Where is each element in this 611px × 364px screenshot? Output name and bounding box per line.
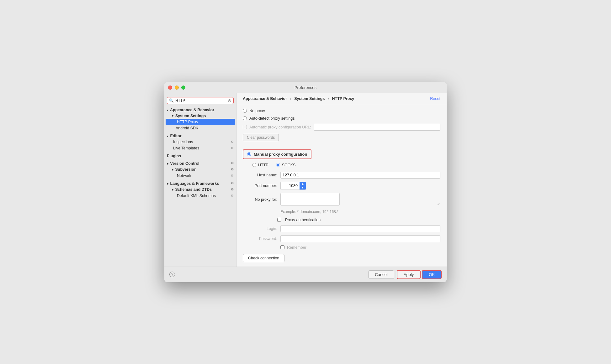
- breadcrumb-path: Appearance & Behavior › System Settings …: [243, 96, 354, 101]
- check-connection-button[interactable]: Check connection: [243, 254, 284, 262]
- search-box: 🔍 ⊗: [167, 97, 234, 104]
- sidebar-item-label: Subversion: [175, 167, 196, 172]
- no-proxy-for-label: No proxy for:: [243, 197, 277, 202]
- remember-checkbox[interactable]: [280, 245, 284, 249]
- breadcrumb-sep-1: ›: [290, 96, 291, 101]
- proxy-auth-row: Proxy authentication: [243, 218, 440, 222]
- preferences-window: Preferences 🔍 ⊗ ▾ Appearance & Behavior …: [164, 82, 447, 282]
- sidebar-item-inspections[interactable]: Inspections ⚙: [164, 139, 236, 145]
- socks-protocol-radio-group: SOCKS: [276, 163, 296, 167]
- form-area: No proxy Auto-detect proxy settings Auto…: [236, 104, 447, 267]
- http-protocol-radio-group: HTTP: [252, 163, 268, 167]
- search-icon: 🔍: [169, 98, 174, 103]
- auto-proxy-config-input[interactable]: [314, 124, 440, 131]
- sidebar-item-label: HTTP Proxy: [177, 120, 198, 124]
- sidebar-item-editor[interactable]: ▾ Editor: [164, 133, 236, 139]
- proxy-auth-label: Proxy authentication: [285, 218, 321, 222]
- login-label: Login:: [243, 226, 277, 231]
- expand-icon[interactable]: ⤢: [437, 202, 440, 206]
- ok-button[interactable]: OK: [422, 270, 442, 279]
- reset-button[interactable]: Reset: [430, 96, 440, 101]
- chevron-down-icon: ▾: [172, 168, 173, 171]
- settings-icon: ⚙: [231, 168, 234, 171]
- content-panel: Appearance & Behavior › System Settings …: [236, 93, 447, 267]
- sidebar-item-live-templates[interactable]: Live Templates ⚙: [164, 145, 236, 151]
- settings-icon: ⚙: [231, 194, 234, 197]
- apply-button[interactable]: Apply: [397, 270, 421, 279]
- spinner-up-button[interactable]: ▲: [300, 182, 306, 186]
- sidebar-item-default-xml[interactable]: Default XML Schemas ⚙: [164, 193, 236, 199]
- sidebar-item-label: Inspections: [173, 140, 193, 144]
- no-proxy-radio[interactable]: [243, 109, 247, 113]
- clear-passwords-button[interactable]: Clear passwords: [243, 134, 279, 141]
- port-input-wrap: ▲ ▼: [280, 182, 306, 190]
- spinner-down-button[interactable]: ▼: [300, 186, 306, 190]
- footer: ? Cancel Apply OK: [164, 267, 447, 282]
- chevron-down-icon: ▾: [167, 162, 168, 165]
- manual-proxy-radio[interactable]: [247, 152, 251, 156]
- sidebar-item-label: Android SDK: [176, 126, 198, 130]
- remember-row: Remember: [280, 245, 440, 250]
- chevron-down-icon: ▾: [167, 109, 168, 112]
- cancel-button[interactable]: Cancel: [368, 270, 394, 279]
- sidebar-item-subversion[interactable]: ▾ Subversion ⚙: [164, 166, 236, 173]
- protocol-row: HTTP SOCKS: [252, 163, 440, 167]
- auto-proxy-config-row: Automatic proxy configuration URL:: [243, 124, 440, 131]
- sidebar: 🔍 ⊗ ▾ Appearance & Behavior ▾ System Set…: [164, 93, 236, 267]
- host-name-input[interactable]: [280, 172, 440, 179]
- sidebar-item-languages[interactable]: ▾ Languages & Frameworks ⚙: [164, 180, 236, 186]
- breadcrumb: Appearance & Behavior › System Settings …: [236, 93, 447, 104]
- no-proxy-label: No proxy: [249, 109, 265, 113]
- search-clear-icon[interactable]: ⊗: [228, 98, 231, 103]
- auto-proxy-config-checkbox[interactable]: [243, 125, 247, 129]
- footer-row: ? Cancel Apply OK: [169, 270, 442, 279]
- help-button[interactable]: ?: [169, 272, 175, 277]
- proxy-auth-checkbox[interactable]: [277, 218, 281, 222]
- example-text: Example: *.domain.com, 192.168.*: [280, 210, 440, 214]
- search-input[interactable]: [175, 98, 226, 103]
- socks-protocol-radio[interactable]: [276, 163, 280, 167]
- breadcrumb-part-3: HTTP Proxy: [332, 96, 354, 101]
- port-spinner: ▲ ▼: [300, 182, 306, 190]
- window-title: Preferences: [295, 85, 316, 90]
- sidebar-item-system-settings[interactable]: ▾ System Settings: [164, 113, 236, 119]
- maximize-button[interactable]: [181, 86, 185, 90]
- chevron-down-icon: ▾: [172, 114, 173, 117]
- port-number-input[interactable]: [281, 183, 300, 189]
- sidebar-item-network[interactable]: Network ⚙: [164, 173, 236, 179]
- port-number-label: Port number:: [243, 184, 277, 188]
- sidebar-item-http-proxy[interactable]: HTTP Proxy: [166, 119, 235, 125]
- sidebar-item-schemas-dtds[interactable]: ▾ Schemas and DTDs ⚙: [164, 186, 236, 193]
- manual-proxy-label: Manual proxy configuration: [254, 152, 307, 157]
- host-name-row: Host name:: [243, 172, 440, 179]
- host-name-label: Host name:: [243, 173, 277, 177]
- password-input[interactable]: [280, 235, 440, 242]
- password-row: Password:: [243, 235, 440, 242]
- no-proxy-for-input[interactable]: [280, 193, 340, 205]
- breadcrumb-sep-2: ›: [328, 96, 329, 101]
- sidebar-item-label: Plugins: [167, 154, 181, 158]
- sidebar-item-label: Network: [177, 174, 191, 178]
- sidebar-item-plugins[interactable]: Plugins: [164, 153, 236, 159]
- chevron-down-icon: ▾: [167, 135, 168, 138]
- sidebar-item-android-sdk[interactable]: Android SDK: [164, 125, 236, 131]
- no-proxy-row: No proxy: [243, 109, 440, 113]
- sidebar-item-label: Languages & Frameworks: [170, 181, 219, 186]
- close-button[interactable]: [168, 86, 172, 90]
- http-protocol-radio[interactable]: [252, 163, 256, 167]
- minimize-button[interactable]: [175, 86, 179, 90]
- titlebar: Preferences: [164, 82, 447, 93]
- settings-icon: ⚙: [231, 161, 234, 166]
- sidebar-item-label: System Settings: [175, 114, 206, 118]
- sidebar-item-label: Schemas and DTDs: [175, 187, 212, 192]
- sidebar-item-version-control[interactable]: ▾ Version Control ⚙: [164, 160, 236, 166]
- sidebar-item-label: Editor: [170, 134, 181, 138]
- sidebar-item-appearance[interactable]: ▾ Appearance & Behavior: [164, 107, 236, 113]
- sidebar-item-label: Appearance & Behavior: [170, 108, 214, 112]
- settings-icon: ⚙: [231, 146, 234, 150]
- main-content: 🔍 ⊗ ▾ Appearance & Behavior ▾ System Set…: [164, 93, 447, 267]
- settings-icon: ⚙: [231, 174, 234, 177]
- login-input[interactable]: [280, 225, 440, 232]
- breadcrumb-part-2: System Settings: [294, 96, 325, 101]
- auto-detect-radio[interactable]: [243, 116, 247, 120]
